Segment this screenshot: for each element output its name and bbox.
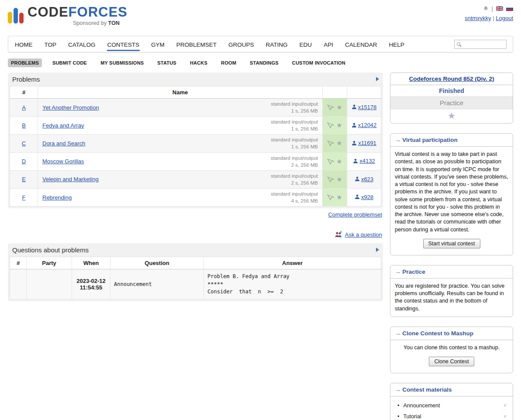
favorite-star-icon[interactable]: ★ — [336, 139, 342, 147]
problem-letter-link[interactable]: D — [22, 158, 26, 165]
favorite-star-icon[interactable]: ★ — [336, 193, 342, 201]
logo-code-text: CODE — [28, 4, 69, 20]
q-col-answer: Answer — [204, 257, 381, 269]
tab-standings[interactable]: STANDINGS — [247, 59, 282, 67]
search-input[interactable] — [462, 41, 502, 48]
problem-letter-link[interactable]: B — [22, 122, 26, 129]
complete-problemset-link[interactable]: Complete problemset — [328, 211, 382, 218]
tab-submit-code[interactable]: SUBMIT CODE — [49, 59, 90, 67]
favorite-star-icon[interactable]: ★ — [336, 176, 342, 183]
close-icon[interactable]: × — [502, 413, 507, 420]
tab-problems[interactable]: PROBLEMS — [8, 59, 42, 67]
nav-item-home[interactable]: HOME — [14, 38, 33, 51]
problem-limits: standard input/output1 s, 256 MB — [271, 118, 318, 132]
nav-item-top[interactable]: TOP — [44, 38, 57, 51]
english-flag-icon[interactable] — [496, 6, 503, 11]
virtual-participation-caption: → Virtual participation — [390, 134, 513, 147]
contest-title-link[interactable]: Codeforces Round 852 (Div. 2) — [409, 76, 494, 82]
submit-plane-icon[interactable] — [327, 176, 334, 182]
problem-title-link[interactable]: Velepin and Marketing — [42, 176, 99, 182]
logout-link[interactable]: Logout — [496, 15, 513, 21]
announcement-link[interactable]: Announcement — [403, 403, 440, 409]
tab-custom-invocation[interactable]: CUSTOM INVOCATION — [289, 59, 348, 67]
q-col-party: Party — [27, 257, 72, 269]
clone-mashup-text: You can clone this contest to a mashup. — [404, 344, 500, 351]
nav-item-help[interactable]: HELP — [388, 38, 404, 51]
submit-plane-icon[interactable] — [327, 194, 334, 200]
tutorial-link[interactable]: Tutorial — [403, 413, 421, 420]
q-col-num: # — [10, 257, 27, 269]
submit-plane-icon[interactable] — [327, 158, 334, 165]
favorite-star-icon[interactable]: ★ — [336, 121, 342, 129]
question-num — [10, 269, 27, 300]
solved-count-link[interactable]: x623 — [355, 176, 373, 182]
bullet-icon: • — [397, 403, 399, 409]
search-box — [454, 40, 507, 49]
problem-letter-link[interactable]: F — [22, 194, 26, 201]
col-header-solved — [347, 86, 381, 99]
favorite-star-icon[interactable]: ★ — [336, 103, 342, 111]
person-icon — [355, 194, 360, 200]
codeforces-logo[interactable]: CODEFORCES Sponsored by TON — [8, 4, 128, 33]
username-link[interactable]: sntmxykky — [465, 15, 491, 21]
problem-title-link[interactable]: Fedya and Array — [42, 122, 84, 129]
solved-count-link[interactable]: x11691 — [352, 140, 376, 146]
sponsored-text: Sponsored by TON — [28, 20, 128, 26]
nav-item-api[interactable]: API — [323, 38, 334, 51]
questions-caption: Questions about problems — [10, 245, 381, 257]
tab-status[interactable]: STATUS — [154, 59, 179, 67]
problem-letter-link[interactable]: A — [22, 104, 26, 111]
tab-my-submissions[interactable]: MY SUBMISSIONS — [97, 59, 147, 67]
problem-title-link[interactable]: Dora and Search — [42, 140, 85, 147]
problem-title-link[interactable]: Moscow Gorillas — [42, 158, 84, 165]
solved-count-link[interactable]: x928 — [355, 194, 373, 200]
russian-flag-icon[interactable] — [506, 6, 513, 11]
clone-mashup-caption: → Clone Contest to Mashup — [390, 327, 513, 340]
ask-question-link[interactable]: Ask a question — [345, 231, 382, 238]
solved-count-link[interactable]: x4132 — [353, 158, 375, 164]
nav-item-catalog[interactable]: CATALOG — [68, 38, 96, 51]
problem-limits: standard input/output4 s, 256 MB — [271, 190, 318, 204]
problem-letter-link[interactable]: E — [22, 176, 26, 182]
submit-plane-icon[interactable] — [327, 122, 334, 128]
header: CODEFORCES Sponsored by TON | — [0, 0, 521, 33]
clone-mashup-box: → Clone Contest to Mashup You can clone … — [390, 327, 513, 373]
clone-contest-button[interactable]: Clone Contest — [429, 357, 474, 366]
practice-text: You are registered for practice. You can… — [395, 283, 504, 312]
submit-plane-icon[interactable] — [327, 104, 334, 110]
material-item: • Announcement × — [397, 400, 508, 411]
contest-tabs: PROBLEMS SUBMIT CODE MY SUBMISSIONS STAT… — [8, 59, 513, 67]
start-virtual-contest-button[interactable]: Start virtual contest — [423, 239, 480, 248]
problem-row: C Dora and Search standard input/output1… — [10, 134, 381, 152]
submit-plane-icon[interactable] — [327, 140, 334, 146]
person-icon — [352, 123, 357, 128]
nav-item-calendar[interactable]: CALENDAR — [345, 38, 378, 51]
col-header-name: Name — [38, 86, 323, 99]
question-answer: Problem B. Fedya and Array ***** Conside… — [204, 269, 381, 300]
nav-item-problemset[interactable]: PROBLEMSET — [176, 38, 217, 51]
nav-item-contests[interactable]: CONTESTS — [107, 38, 140, 51]
person-icon — [355, 176, 360, 182]
problem-limits: standard input/output1 s, 256 MB — [271, 100, 318, 114]
nav-item-gym[interactable]: GYM — [151, 38, 165, 51]
problem-title-link[interactable]: Rebrending — [42, 194, 72, 201]
solved-count-link[interactable]: x15178 — [352, 104, 377, 110]
favorite-star-icon[interactable]: ★ — [448, 111, 455, 120]
collapse-arrow-icon[interactable] — [376, 248, 379, 252]
solved-count-link[interactable]: x12042 — [352, 122, 377, 128]
logo-bar-blue — [14, 8, 18, 24]
problem-letter-link[interactable]: C — [22, 140, 26, 147]
favorite-star-icon[interactable]: ★ — [336, 158, 342, 165]
nav-item-groups[interactable]: GROUPS — [228, 38, 255, 51]
q-col-when: When — [72, 257, 110, 269]
nav-item-rating[interactable]: RATING — [266, 38, 288, 51]
tab-room[interactable]: ROOM — [218, 59, 239, 67]
close-icon[interactable]: × — [502, 402, 507, 409]
tab-hacks[interactable]: HACKS — [187, 59, 210, 67]
main-column: Problems # Name A — [8, 72, 383, 301]
nav-item-edu[interactable]: EDU — [299, 38, 313, 51]
problem-title-link[interactable]: Yet Another Promotion — [42, 104, 99, 111]
collapse-arrow-icon[interactable] — [376, 77, 379, 81]
person-icon — [353, 158, 358, 164]
notification-bell-icon[interactable] — [483, 6, 489, 12]
